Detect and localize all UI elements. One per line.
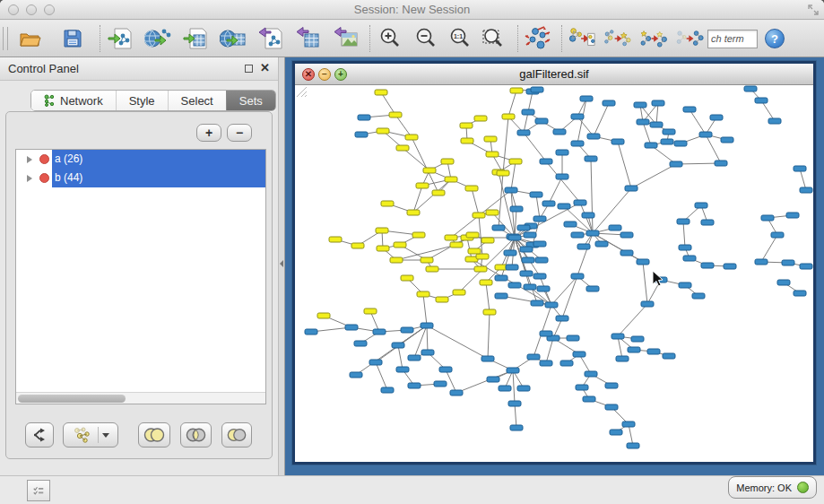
network-node[interactable] xyxy=(755,259,768,265)
network-node[interactable] xyxy=(473,213,485,218)
collapse-arrow-icon[interactable] xyxy=(280,260,283,267)
network-node[interactable] xyxy=(564,222,577,227)
task-history-button[interactable] xyxy=(27,480,50,501)
network-node[interactable] xyxy=(421,350,434,355)
apply-layout-button[interactable] xyxy=(524,24,552,53)
tab-network[interactable]: Network xyxy=(31,91,116,110)
network-node[interactable] xyxy=(558,204,570,209)
fullscreen-icon[interactable] xyxy=(808,4,819,15)
network-node[interactable] xyxy=(381,201,394,206)
network-node[interactable] xyxy=(586,230,599,236)
network-node[interactable] xyxy=(453,290,465,295)
network-node[interactable] xyxy=(517,386,530,391)
network-node[interactable] xyxy=(627,443,639,448)
network-frame[interactable]: ✕ − + galFiltered.sif xyxy=(292,61,816,465)
network-node[interactable] xyxy=(571,232,584,238)
network-node[interactable] xyxy=(610,430,622,435)
network-node[interactable] xyxy=(502,114,515,119)
network-node[interactable] xyxy=(674,141,687,146)
network-node[interactable] xyxy=(699,132,712,137)
network-node[interactable] xyxy=(533,274,546,279)
network-node[interactable] xyxy=(305,329,317,335)
network-node[interactable] xyxy=(520,247,533,252)
network-node[interactable] xyxy=(567,335,579,341)
network-node[interactable] xyxy=(571,274,584,279)
network-node[interactable] xyxy=(408,383,421,388)
network-node[interactable] xyxy=(390,257,403,263)
zoom-fit-button[interactable] xyxy=(480,24,508,53)
network-node[interactable] xyxy=(556,150,568,155)
new-network-selection-button[interactable] xyxy=(603,24,632,53)
network-node[interactable] xyxy=(625,186,638,191)
network-node[interactable] xyxy=(535,118,548,124)
network-node[interactable] xyxy=(492,225,505,230)
network-node[interactable] xyxy=(522,109,534,115)
network-node[interactable] xyxy=(450,390,463,395)
network-node[interactable] xyxy=(375,90,387,95)
network-node[interactable] xyxy=(724,264,736,269)
network-node[interactable] xyxy=(611,139,624,144)
network-node[interactable] xyxy=(481,356,494,361)
network-node[interactable] xyxy=(695,203,707,208)
zoom-in-button[interactable] xyxy=(376,24,404,53)
network-node[interactable] xyxy=(611,334,624,339)
float-panel-icon[interactable] xyxy=(245,65,253,73)
network-node[interactable] xyxy=(683,107,696,112)
help-button[interactable]: ? xyxy=(765,29,785,48)
network-node[interactable] xyxy=(771,232,784,238)
network-node[interactable] xyxy=(483,309,496,315)
network-node[interactable] xyxy=(487,377,499,382)
network-node[interactable] xyxy=(794,291,806,296)
network-node[interactable] xyxy=(432,190,445,196)
tab-select[interactable]: Select xyxy=(168,91,226,110)
network-node[interactable] xyxy=(407,210,420,215)
network-node[interactable] xyxy=(465,186,478,191)
network-node[interactable] xyxy=(663,129,675,135)
import-table-file-button[interactable] xyxy=(181,24,210,53)
network-node[interactable] xyxy=(560,361,573,366)
add-set-button[interactable]: + xyxy=(196,124,221,142)
network-node[interactable] xyxy=(354,341,367,346)
network-node[interactable] xyxy=(351,243,364,248)
create-set-from-network-button[interactable] xyxy=(63,422,118,448)
network-node[interactable] xyxy=(408,355,421,361)
network-node[interactable] xyxy=(507,368,519,373)
network-graph[interactable] xyxy=(295,85,813,462)
network-node[interactable] xyxy=(510,206,523,212)
network-node[interactable] xyxy=(620,232,633,238)
panel-splitter[interactable] xyxy=(278,57,285,475)
import-network-file-button[interactable] xyxy=(106,24,134,53)
network-node[interactable] xyxy=(508,282,521,288)
resize-grip-icon[interactable] xyxy=(295,85,308,98)
network-node[interactable] xyxy=(466,232,479,238)
network-node[interactable] xyxy=(510,425,523,430)
open-session-button[interactable] xyxy=(15,24,44,53)
network-node[interactable] xyxy=(350,372,362,378)
network-node[interactable] xyxy=(508,401,521,406)
network-node[interactable] xyxy=(605,404,618,410)
network-node[interactable] xyxy=(580,96,593,101)
network-node[interactable] xyxy=(405,135,418,140)
network-node[interactable] xyxy=(439,367,452,372)
network-node[interactable] xyxy=(445,235,457,240)
list-item-set-a[interactable]: a (26) xyxy=(16,150,265,169)
network-node[interactable] xyxy=(586,286,599,291)
network-node[interactable] xyxy=(441,159,454,164)
import-table-web-button[interactable] xyxy=(219,24,247,53)
tab-sets[interactable]: Sets xyxy=(226,91,275,110)
network-node[interactable] xyxy=(628,347,640,352)
network-node[interactable] xyxy=(587,134,600,139)
network-node[interactable] xyxy=(576,385,588,390)
network-node[interactable] xyxy=(692,293,705,299)
network-node[interactable] xyxy=(389,112,402,117)
network-frame-titlebar[interactable]: ✕ − + galFiltered.sif xyxy=(295,64,813,85)
network-node[interactable] xyxy=(533,241,546,247)
network-node[interactable] xyxy=(782,260,794,265)
network-node[interactable] xyxy=(520,271,533,276)
network-node[interactable] xyxy=(645,143,657,148)
network-node[interactable] xyxy=(355,132,368,137)
network-node[interactable] xyxy=(426,266,438,272)
network-node[interactable] xyxy=(364,308,377,314)
network-node[interactable] xyxy=(571,141,584,146)
network-node[interactable] xyxy=(381,387,394,393)
